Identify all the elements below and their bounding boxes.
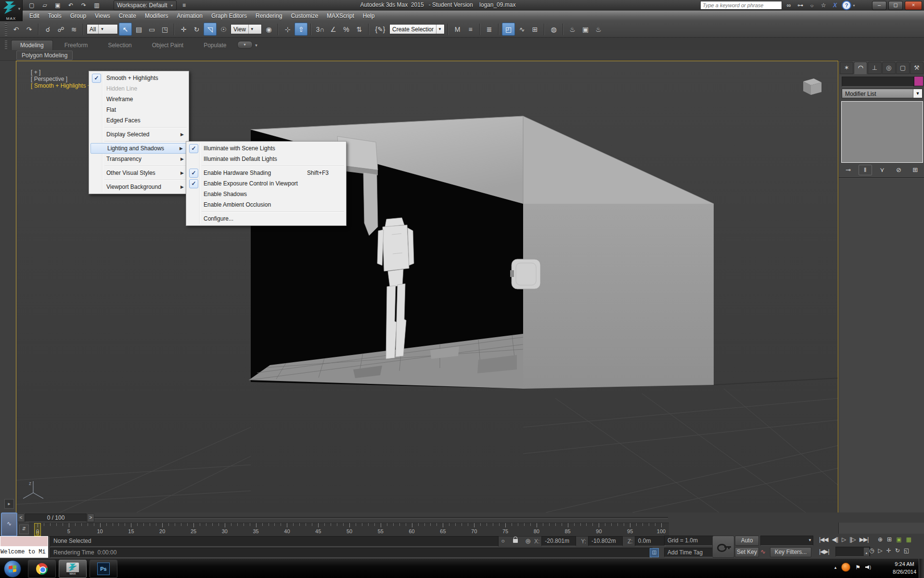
toolbar-grip[interactable] <box>5 23 7 36</box>
new-scene-button[interactable]: ▢ <box>26 1 38 10</box>
scene-explorer-toggle-button[interactable]: ◰ <box>502 23 515 36</box>
undo-button[interactable]: ↶ <box>10 23 22 35</box>
select-object-button[interactable]: ↖ <box>119 23 132 36</box>
taskbar-3dsmax-button[interactable]: MAX <box>59 560 87 578</box>
select-and-place-button[interactable]: ☉ <box>218 23 230 35</box>
submenu-item[interactable]: ✓ Enable Hardware Shading Shift+F3 <box>187 168 345 178</box>
go-to-end-button[interactable]: ▶▶| <box>858 535 871 544</box>
modifier-list-dropdown[interactable]: Modifier List ▼ <box>842 89 923 98</box>
workspace-dropdown[interactable]: Workspace: Default ▼ <box>114 0 177 10</box>
context-menu-item[interactable]: ✓ Hidden Line ▶ <box>90 83 188 94</box>
save-file-button[interactable]: ▣ <box>52 1 64 10</box>
submenu-item[interactable]: ✓ Illuminate with Scene Lights <box>187 143 345 154</box>
show-hidden-icons-button[interactable]: ▴ <box>834 565 837 570</box>
redo-button[interactable]: ↷ <box>78 1 90 10</box>
maxscript-mini-listener-white[interactable]: Welcome to Mi <box>0 547 48 558</box>
open-mini-curve-editor-button[interactable]: ∿ <box>1 512 17 537</box>
context-menu-item[interactable]: ✓ Other Visual Styles ▶ <box>90 168 188 178</box>
communication-center-icon[interactable]: ⌔ <box>807 1 817 10</box>
previous-frame-slider-button[interactable]: < <box>17 513 25 522</box>
redo-button[interactable]: ↷ <box>23 23 35 35</box>
pin-stack-button[interactable]: ⊸ <box>842 165 854 175</box>
render-production-button[interactable]: ♨ <box>592 23 604 35</box>
menu-item[interactable]: Animation <box>173 11 207 21</box>
chevron-down-icon[interactable]: ▼ <box>255 43 258 48</box>
select-and-link-icon[interactable]: ☌ <box>42 23 54 35</box>
ribbon-tab[interactable]: Populate <box>195 40 235 50</box>
isolate-selection-toggle[interactable]: ○ <box>499 537 507 545</box>
context-menu-item[interactable]: ✓ Display Selected ▶ <box>90 129 188 140</box>
toggle-set-key-mode-button[interactable] <box>712 536 734 558</box>
context-menu-item[interactable]: ✓ Flat ▶ <box>90 105 188 115</box>
polygon-modeling-panel-label[interactable]: Polygon Modeling <box>16 51 73 60</box>
remove-modifier-button[interactable]: ⊘ <box>892 165 905 175</box>
open-file-button[interactable]: ▱ <box>39 1 51 10</box>
search-input[interactable] <box>700 1 782 10</box>
ribbon-minimize-button[interactable]: ▾ <box>237 41 253 49</box>
tab-modify[interactable]: ◠ <box>854 62 867 74</box>
favorites-star-icon[interactable]: ☆ <box>819 1 828 10</box>
zoom-extents-button[interactable]: ▣ <box>894 535 903 544</box>
menu-item[interactable]: Group <box>66 11 90 21</box>
previous-frame-button[interactable]: ◀|| <box>830 535 840 544</box>
tab-create[interactable]: ✶ <box>840 62 853 74</box>
ribbon-tab[interactable]: Object Paint <box>143 40 192 50</box>
maxscript-mini-listener-pink[interactable] <box>0 536 48 547</box>
menu-item[interactable]: Tools <box>44 11 66 21</box>
help-icon[interactable]: ? <box>842 0 851 10</box>
context-menu-item[interactable]: ✓ Lighting and Shadows ▶ <box>90 143 187 154</box>
named-selection-sets-dropdown[interactable]: Create Selection Se ▼ <box>389 24 445 34</box>
play-animation-button[interactable]: ▷ <box>840 535 847 544</box>
reference-coordinate-system-dropdown[interactable]: View ▼ <box>231 24 262 34</box>
select-and-manipulate-button[interactable]: ⊹ <box>282 23 294 35</box>
wall-object[interactable] <box>510 259 540 289</box>
rectangular-selection-region-button[interactable]: ▭ <box>146 23 158 35</box>
zoom-extents-all-button[interactable]: ▦ <box>904 535 912 544</box>
start-button[interactable] <box>4 560 21 578</box>
time-tag-icon[interactable]: ◫ <box>650 548 659 557</box>
key-filters-curve-icon[interactable]: ∿ <box>760 548 768 556</box>
modifier-stack-list[interactable] <box>841 101 923 163</box>
ribbon-tab[interactable]: Modeling <box>11 40 53 50</box>
render-setup-button[interactable]: ♨ <box>566 23 578 35</box>
time-slider-track[interactable] <box>94 517 668 519</box>
context-menu-item[interactable]: ✓ Transparency ▶ <box>90 154 188 164</box>
tab-display[interactable]: ▢ <box>896 62 910 74</box>
selection-filter-dropdown[interactable]: All ▼ <box>87 24 118 34</box>
menu-item[interactable]: Modifiers <box>141 11 173 21</box>
context-menu-item[interactable]: ✓ Wireframe ▶ <box>90 94 188 105</box>
context-menu-item[interactable]: ✓ Edged Faces ▶ <box>90 115 188 126</box>
pan-view-button[interactable]: ✛ <box>885 546 893 555</box>
application-menu-button[interactable]: MAX ▼ <box>0 0 23 21</box>
maximize-viewport-toggle[interactable]: ◱ <box>902 546 911 555</box>
viewport-plus-menu[interactable]: [ + ] <box>31 69 40 76</box>
z-coordinate-field[interactable]: 0.0m <box>635 536 667 546</box>
time-slider-value[interactable]: 0 / 100 <box>25 513 87 522</box>
show-desktop-button[interactable] <box>919 559 924 578</box>
use-pivot-point-center-button[interactable]: ◉ <box>263 23 275 35</box>
taskbar-clock[interactable]: 9:24 AM 8/26/2014 <box>893 560 916 576</box>
tab-motion[interactable]: ◎ <box>882 62 896 74</box>
tray-app-icon[interactable] <box>841 563 850 572</box>
menu-item[interactable]: Create <box>115 11 141 21</box>
manage-layers-button[interactable]: ≣ <box>483 23 495 35</box>
select-and-rotate-button[interactable]: ↻ <box>191 23 203 35</box>
viewcube[interactable] <box>803 79 821 95</box>
zoom-button[interactable]: ⊕ <box>876 535 884 544</box>
context-menu-item[interactable]: ✓ Viewport Background ▶ <box>90 182 188 192</box>
make-unique-button[interactable]: ⋎ <box>876 165 888 175</box>
context-menu-item[interactable]: ✓ Smooth + Highlights ▶ <box>90 73 188 83</box>
track-bar-ruler[interactable]: 0 05101520253035404550556065707580859095… <box>29 523 669 537</box>
menu-item[interactable]: Graph Editors <box>207 11 251 21</box>
spinner-snap-toggle-button[interactable]: ⇅ <box>353 23 365 35</box>
edit-named-selection-sets-button[interactable]: {✎} <box>372 23 388 35</box>
window-crossing-button[interactable]: ◳ <box>159 23 171 35</box>
schematic-view-button[interactable]: ⊞ <box>529 23 541 35</box>
submenu-item[interactable]: ✓ Configure... <box>187 213 345 224</box>
undo-button[interactable]: ↶ <box>65 1 77 10</box>
curve-editor-button[interactable]: ∿ <box>516 23 528 35</box>
menu-item[interactable]: Edit <box>25 11 44 21</box>
key-mode-toggle[interactable]: |◀▶| <box>817 547 831 556</box>
tab-hierarchy[interactable]: ⊥ <box>868 62 881 74</box>
show-end-result-button[interactable]: ‖ <box>859 165 872 175</box>
